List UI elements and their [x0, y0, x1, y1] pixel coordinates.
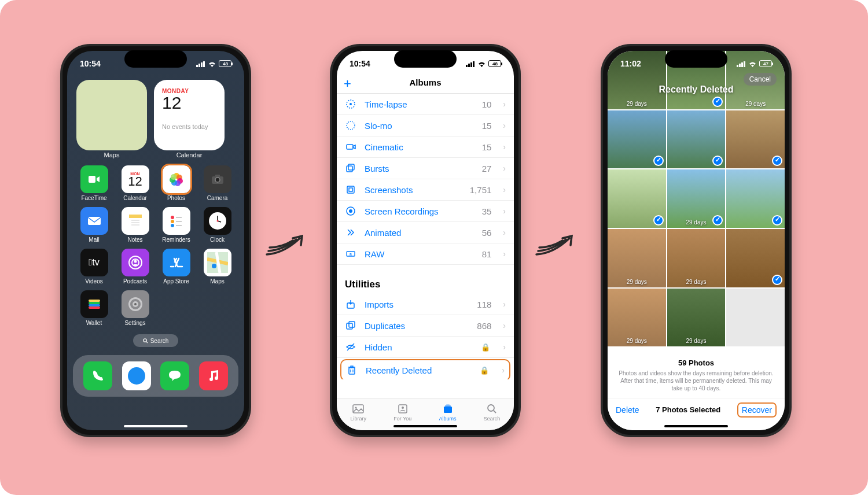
album-row-screenshots[interactable]: Screenshots 1,751 ›	[337, 179, 514, 201]
wifi-icon	[748, 61, 757, 67]
album-row-raw[interactable]: R RAW 81 ›	[337, 243, 514, 265]
photo-thumbnail[interactable]: 29 days	[667, 289, 726, 347]
photo-thumbnail[interactable]	[608, 110, 666, 169]
app-label: Clock	[210, 237, 225, 243]
chevron-right-icon: ›	[499, 164, 506, 173]
dock-app-phone[interactable]	[83, 361, 112, 390]
album-label: Cinematic	[365, 142, 474, 152]
dock-app-music[interactable]	[199, 361, 228, 390]
album-row-imports[interactable]: Imports 118 ›	[337, 294, 514, 315]
album-label: Bursts	[365, 164, 474, 173]
svg-point-62	[349, 209, 352, 213]
tab-albums[interactable]: Albums	[439, 403, 457, 422]
app-clock[interactable]: Clock	[197, 205, 237, 245]
widget-calendar[interactable]: MONDAY 12 No events today	[154, 80, 225, 150]
album-row-duplicates[interactable]: Duplicates 868 ›	[337, 315, 514, 337]
album-row-bursts[interactable]: Bursts 27 ›	[337, 158, 514, 179]
bottom-panel: 59 Photos Photos and videos show the day…	[608, 353, 785, 430]
svg-point-36	[212, 264, 216, 268]
album-row-recently-deleted[interactable]: Recently Deleted 🔒 ›	[340, 359, 510, 379]
app-maps[interactable]: Maps	[197, 246, 237, 287]
dock-app-safari[interactable]	[122, 361, 151, 390]
app-mail[interactable]: Mail	[74, 205, 114, 245]
search-label: Search	[150, 338, 169, 344]
svg-rect-37	[89, 300, 100, 302]
svg-line-82	[494, 411, 496, 413]
arrow-icon	[534, 226, 586, 260]
tab-for-you[interactable]: For You	[393, 403, 411, 422]
phone-albums: 10:54 48 + Albums Time-lapse 10 › Slo-mo…	[330, 44, 521, 437]
app-app-store[interactable]: App Store	[156, 246, 196, 287]
app-calendar[interactable]: MON12 Calendar	[115, 163, 155, 204]
chevron-right-icon: ›	[499, 185, 506, 194]
tab-library[interactable]: Library	[351, 403, 367, 422]
tab-search[interactable]: Search	[484, 403, 501, 422]
photo-thumbnail[interactable]	[667, 110, 726, 169]
app-camera[interactable]: Camera	[197, 163, 237, 204]
album-row-cinematic[interactable]: Cinematic 15 ›	[337, 136, 514, 158]
app-label: FaceTime	[81, 195, 106, 201]
svg-point-54	[350, 103, 352, 105]
photo-thumbnail[interactable]	[726, 169, 785, 228]
app-videos[interactable]: 🣿tv Videos	[74, 246, 114, 287]
album-label: Imports	[365, 300, 469, 309]
svg-rect-67	[349, 322, 355, 327]
widget-maps[interactable]	[76, 80, 147, 150]
add-button[interactable]: +	[344, 76, 351, 91]
chevron-right-icon: ›	[498, 365, 505, 375]
svg-point-31	[216, 220, 218, 222]
description: Photos and videos show the days remainin…	[608, 367, 785, 398]
chevron-right-icon: ›	[499, 249, 506, 258]
svg-point-13	[215, 178, 220, 182]
app-settings[interactable]: Settings	[115, 288, 155, 328]
photo-thumbnail[interactable]	[726, 110, 785, 169]
phone-home-screen: 10:54 48 MONDAY 12 No events today	[60, 44, 251, 437]
app-label: Notes	[127, 237, 142, 243]
album-icon	[345, 320, 356, 331]
status-time: 10:54	[80, 59, 101, 68]
app-facetime[interactable]: FaceTime	[74, 163, 114, 204]
tab-icon	[441, 403, 455, 415]
chevron-right-icon: ›	[499, 300, 506, 309]
photo-thumbnail[interactable]	[726, 229, 785, 287]
album-row-time-lapse[interactable]: Time-lapse 10 ›	[337, 94, 514, 115]
photo-thumbnail[interactable]	[608, 169, 666, 228]
svg-rect-78	[444, 407, 452, 413]
app-photos[interactable]: Photos	[156, 163, 196, 204]
album-row-animated[interactable]: Animated 56 ›	[337, 222, 514, 243]
svg-rect-57	[347, 166, 352, 172]
svg-line-68	[347, 343, 354, 350]
svg-point-22	[171, 216, 174, 219]
album-list[interactable]: Time-lapse 10 › Slo-mo 15 › Cinematic 15…	[337, 94, 514, 379]
delete-button[interactable]: Delete	[616, 405, 639, 415]
calendar-date: 12	[162, 93, 216, 113]
svg-rect-80	[446, 404, 450, 405]
album-row-screen-recordings[interactable]: Screen Recordings 35 ›	[337, 201, 514, 222]
recover-button[interactable]: Recover	[737, 402, 777, 418]
home-indicator[interactable]	[664, 425, 728, 427]
photo-thumbnail[interactable]	[726, 289, 785, 347]
album-row-hidden[interactable]: Hidden 🔒 ›	[337, 337, 514, 358]
app-notes[interactable]: Notes	[115, 205, 155, 245]
app-podcasts[interactable]: Podcasts	[115, 246, 155, 287]
photo-thumbnail[interactable]: 29 days	[667, 169, 726, 228]
album-row-slo-mo[interactable]: Slo-mo 15 ›	[337, 115, 514, 136]
svg-point-23	[171, 220, 174, 223]
app-grid: FaceTime MON12 Calendar Photos Camera Ma…	[67, 158, 244, 328]
svg-rect-50	[468, 64, 470, 67]
svg-rect-51	[470, 62, 472, 67]
search-pill[interactable]: Search	[133, 334, 178, 347]
photo-thumbnail[interactable]: 29 days	[608, 229, 666, 287]
album-icon	[345, 98, 356, 110]
album-count: 118	[477, 300, 491, 309]
photo-thumbnail[interactable]: 29 days	[608, 289, 666, 347]
app-wallet[interactable]: Wallet	[74, 288, 114, 328]
svg-point-48	[128, 367, 145, 385]
dock-app-messages[interactable]	[160, 361, 189, 390]
app-reminders[interactable]: Reminders	[156, 205, 196, 245]
photo-thumbnail[interactable]: 29 days	[667, 229, 726, 287]
home-indicator[interactable]	[393, 425, 457, 427]
home-indicator[interactable]	[124, 425, 187, 427]
app-label: Podcasts	[123, 278, 147, 285]
svg-rect-85	[741, 62, 743, 67]
